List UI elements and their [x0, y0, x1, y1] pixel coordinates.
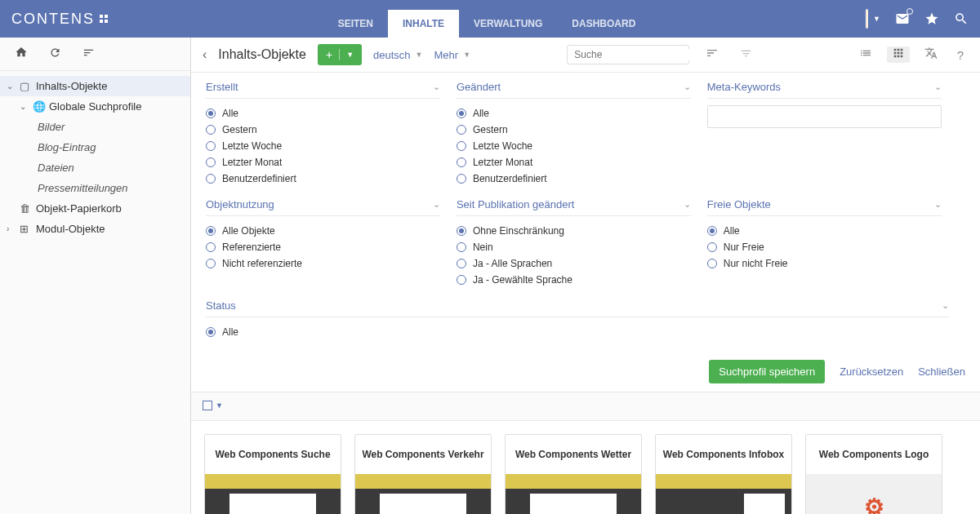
sidebar-item[interactable]: ⌄🌐Globale Suchprofile: [0, 96, 190, 117]
tab-verwaltung[interactable]: VERWALTUNG: [459, 10, 557, 38]
select-all-checkbox[interactable]: ▼: [203, 401, 223, 410]
radio-option[interactable]: Benutzerdefiniert: [457, 171, 691, 187]
meta-keywords-input[interactable]: [707, 105, 942, 128]
sidebar-item[interactable]: Pressemitteilungen: [0, 178, 190, 198]
content-card[interactable]: Web Components Verkehr: [354, 434, 492, 514]
chevron-down-icon: ⌄: [684, 82, 691, 92]
settings-icon[interactable]: [82, 47, 95, 62]
radio-icon: [206, 125, 216, 135]
main-header: CONTENS SEITEN INHALTE VERWALTUNG DASHBO…: [0, 0, 980, 38]
tab-seiten[interactable]: SEITEN: [323, 10, 388, 38]
content-card[interactable]: Web Components Infobox: [655, 434, 792, 514]
home-icon[interactable]: [15, 46, 28, 62]
content-card[interactable]: Web Components Wetter: [505, 434, 642, 514]
radio-option[interactable]: Letzter Monat: [457, 154, 691, 171]
language-dropdown[interactable]: deutsch▼: [373, 49, 422, 61]
tree-label: Pressemitteilungen: [38, 182, 128, 194]
sidebar-tree: ⌄▢Inhalts-Objekte⌄🌐Globale SuchprofileBi…: [0, 71, 190, 244]
page-title: Inhalts-Objekte: [218, 47, 306, 62]
content-card[interactable]: Web Components Logo⚙: [805, 434, 942, 514]
filter-header[interactable]: Meta-Keywords⌄: [707, 81, 942, 99]
filter-header[interactable]: Geändert⌄: [457, 81, 691, 99]
radio-icon: [206, 327, 216, 337]
avatar: [866, 9, 868, 29]
radio-option[interactable]: Referenzierte: [206, 239, 440, 255]
chevron-down-icon: ⌄: [934, 82, 942, 92]
translate-icon[interactable]: [920, 47, 942, 63]
radio-icon: [457, 242, 466, 252]
filter-header[interactable]: Freie Objekte⌄: [707, 198, 942, 216]
chevron-down-icon: ⌄: [684, 199, 691, 210]
content-grid: Web Components SucheWeb Components Verke…: [191, 421, 980, 514]
filter-header[interactable]: Status⌄: [206, 299, 949, 317]
filter-seit_pub: Seit Publikation geändert⌄Ohne Einschrän…: [457, 198, 707, 288]
radio-option[interactable]: Alle Objekte: [206, 223, 440, 239]
favorites-icon[interactable]: [924, 11, 939, 26]
radio-option[interactable]: Gestern: [206, 122, 440, 138]
radio-icon: [707, 226, 717, 236]
radio-option[interactable]: Ja - Gewählte Sprache: [457, 272, 691, 288]
radio-option[interactable]: Nur Freie: [707, 239, 942, 255]
radio-option[interactable]: Gestern: [457, 122, 691, 138]
selection-bar: ▼: [191, 392, 980, 421]
tab-dashboard[interactable]: DASHBOARD: [557, 10, 650, 38]
close-button[interactable]: Schließen: [918, 366, 965, 378]
tree-label: Inhalts-Objekte: [36, 80, 107, 92]
chevron-down-icon: ⌄: [433, 82, 440, 92]
sidebar-item[interactable]: Blog-Eintrag: [0, 137, 190, 157]
list-view-icon[interactable]: [854, 47, 877, 63]
search-icon[interactable]: [954, 11, 969, 26]
sidebar-item[interactable]: ⌄▢Inhalts-Objekte: [0, 76, 190, 96]
tab-inhalte[interactable]: INHALTE: [388, 10, 459, 38]
filter-header[interactable]: Seit Publikation geändert⌄: [457, 198, 691, 216]
reset-button[interactable]: Zurücksetzen: [840, 366, 903, 378]
sidebar-item[interactable]: 🗑Objekt-Papierkorb: [0, 198, 190, 219]
radio-option[interactable]: Alle: [457, 105, 691, 122]
filter-header[interactable]: Objektnutzung⌄: [206, 198, 440, 216]
back-button[interactable]: ‹: [203, 47, 207, 62]
sidebar-item[interactable]: Dateien: [0, 157, 190, 178]
caret-icon: ⌄: [20, 102, 28, 111]
refresh-icon[interactable]: [49, 47, 61, 62]
radio-option[interactable]: Ohne Einschränkung: [457, 223, 691, 239]
add-button[interactable]: + ▼: [318, 44, 362, 65]
sidebar-item[interactable]: ›⊞Modul-Objekte: [0, 219, 190, 239]
user-menu[interactable]: ▼: [866, 11, 880, 26]
content-toolbar: ‹ Inhalts-Objekte + ▼ deutsch▼ Mehr▼: [191, 38, 980, 73]
sidebar-item[interactable]: Bilder: [0, 117, 190, 137]
help-icon[interactable]: ?: [952, 48, 969, 62]
radio-option[interactable]: Letzter Monat: [206, 154, 440, 171]
radio-icon: [206, 109, 216, 118]
radio-option[interactable]: Letzte Woche: [457, 138, 691, 154]
radio-option[interactable]: Nein: [457, 239, 691, 255]
more-dropdown[interactable]: Mehr▼: [434, 49, 471, 61]
radio-icon: [707, 259, 717, 268]
radio-option[interactable]: Nur nicht Freie: [707, 255, 942, 272]
search-input[interactable]: [567, 45, 689, 64]
content-card[interactable]: Web Components Suche: [204, 434, 341, 514]
nav-tabs: SEITEN INHALTE VERWALTUNG DASHBOARD: [323, 0, 651, 38]
radio-option[interactable]: Benutzerdefiniert: [206, 171, 440, 187]
funnel-icon[interactable]: [735, 47, 757, 63]
filter-freie: Freie Objekte⌄AlleNur FreieNur nicht Fre…: [707, 198, 958, 288]
radio-option[interactable]: Letzte Woche: [206, 138, 440, 154]
radio-icon: [457, 157, 466, 167]
brand-logo[interactable]: CONTENS: [11, 11, 108, 28]
radio-icon: [457, 141, 466, 151]
radio-option[interactable]: Nicht referenzierte: [206, 255, 440, 272]
radio-icon: [206, 157, 216, 167]
radio-option[interactable]: Alle: [707, 223, 942, 239]
save-profile-button[interactable]: Suchprofil speichern: [709, 360, 825, 383]
caret-icon: ⌄: [7, 82, 15, 91]
radio-icon: [206, 259, 216, 268]
box-icon: ▢: [20, 80, 31, 92]
radio-option[interactable]: Alle: [206, 105, 440, 122]
filter-toggle-icon[interactable]: [701, 47, 724, 63]
radio-option[interactable]: Alle: [206, 324, 949, 340]
sidebar: ⌄▢Inhalts-Objekte⌄🌐Globale SuchprofileBi…: [0, 38, 191, 514]
radio-option[interactable]: Ja - Alle Sprachen: [457, 255, 691, 272]
tree-label: Globale Suchprofile: [49, 100, 141, 113]
filter-header[interactable]: Erstellt⌄: [206, 81, 440, 99]
grid-view-icon[interactable]: [887, 47, 910, 63]
notifications-icon[interactable]: [895, 11, 910, 26]
